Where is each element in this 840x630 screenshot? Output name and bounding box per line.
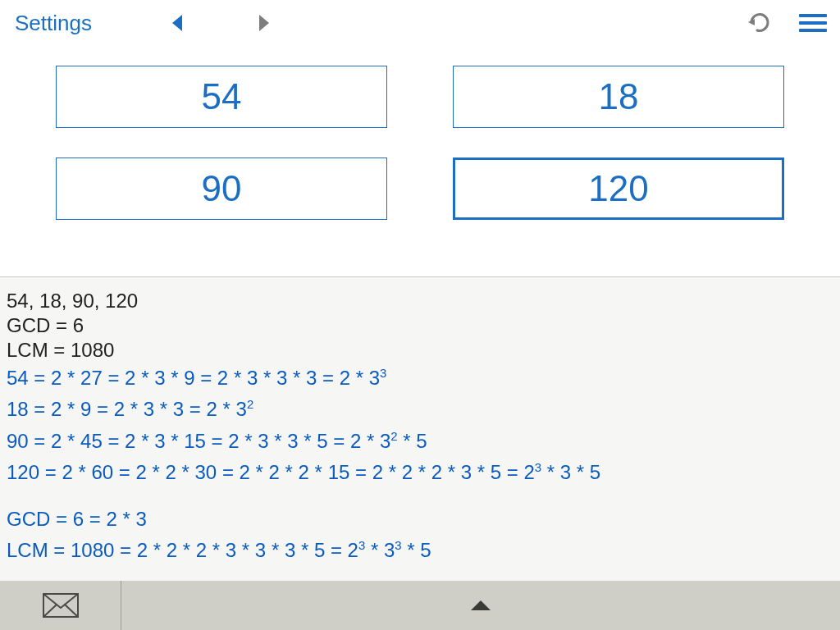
- factorization-line: 120 = 2 * 60 = 2 * 2 * 30 = 2 * 2 * 2 * …: [7, 457, 833, 488]
- bottom-toolbar: [0, 581, 840, 630]
- lcm-factorization: LCM = 1080 = 2 * 2 * 2 * 3 * 3 * 3 * 5 =…: [7, 535, 833, 566]
- number-input-3[interactable]: 120: [453, 158, 784, 220]
- gcd-factorization: GCD = 6 = 2 * 3: [7, 504, 833, 535]
- mail-button[interactable]: [0, 581, 121, 630]
- factorization-line: 54 = 2 * 27 = 2 * 3 * 9 = 2 * 3 * 3 * 3 …: [7, 363, 833, 394]
- factorization-line: 90 = 2 * 45 = 2 * 3 * 15 = 2 * 3 * 3 * 5…: [7, 426, 833, 457]
- settings-button[interactable]: Settings: [10, 7, 97, 39]
- number-input-1[interactable]: 18: [453, 66, 784, 128]
- expand-button[interactable]: [121, 581, 840, 630]
- results-panel: 54, 18, 90, 120 GCD = 6 LCM = 1080 54 = …: [0, 276, 840, 581]
- svg-marker-1: [259, 15, 269, 31]
- prev-arrow-icon[interactable]: [171, 13, 184, 33]
- undo-icon[interactable]: [745, 11, 773, 35]
- number-input-2[interactable]: 90: [56, 158, 387, 220]
- number-inputs: 54 18 90 120: [0, 46, 840, 220]
- mail-icon: [43, 593, 79, 618]
- summary-input-list: 54, 18, 90, 120: [7, 289, 833, 313]
- svg-line-5: [65, 605, 78, 617]
- nav-arrows: [171, 13, 271, 33]
- menu-icon[interactable]: [796, 11, 830, 35]
- svg-line-4: [43, 605, 57, 617]
- summary-gcd: GCD = 6: [7, 313, 833, 338]
- next-arrow-icon[interactable]: [258, 13, 271, 33]
- number-input-0[interactable]: 54: [56, 66, 387, 128]
- toolbar: Settings: [0, 0, 840, 46]
- summary-lcm: LCM = 1080: [7, 338, 833, 363]
- factorization-line: 18 = 2 * 9 = 2 * 3 * 3 = 2 * 32: [7, 394, 833, 425]
- svg-marker-0: [172, 15, 182, 31]
- chevron-up-icon: [469, 599, 492, 612]
- svg-marker-6: [471, 600, 491, 610]
